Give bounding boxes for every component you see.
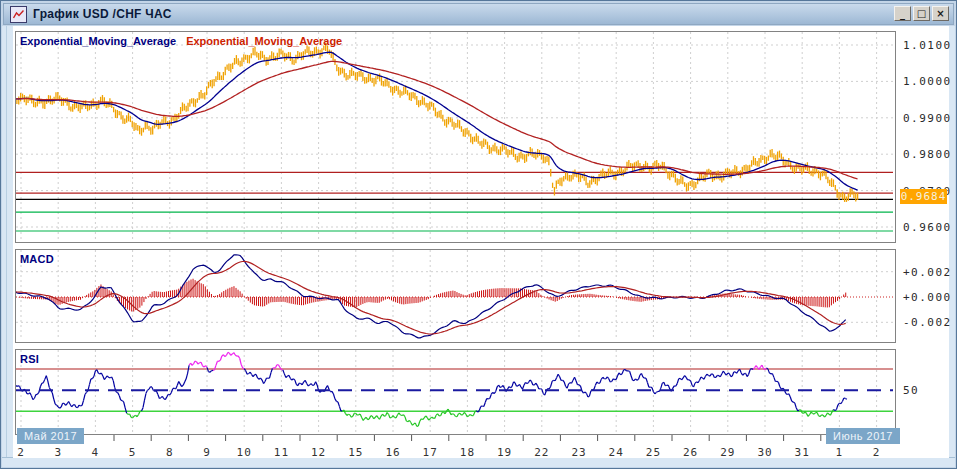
chart-client-area: Exponential_Moving_Average Exponential_M… bbox=[13, 26, 949, 458]
axis-value-label: 0.9900 bbox=[903, 112, 952, 125]
chart-app-icon bbox=[10, 6, 27, 23]
x-axis-day-label: 11 bbox=[274, 446, 289, 459]
macd-label: MACD bbox=[20, 253, 54, 265]
window-title: График USD /CHF ЧАС bbox=[33, 7, 172, 21]
x-axis-day-label: 2 bbox=[873, 446, 881, 459]
close-button[interactable]: × bbox=[932, 6, 949, 21]
axis-value-label: 1.0100 bbox=[903, 39, 952, 52]
x-axis-day-label: 29 bbox=[720, 446, 735, 459]
x-axis-day-label: 31 bbox=[795, 446, 810, 459]
axis-value-label: +0.000 bbox=[903, 291, 952, 304]
current-price-tag: 0.9684 bbox=[900, 189, 947, 204]
chart-window: График USD /CHF ЧАС _ □ × Exponential_Mo… bbox=[0, 0, 957, 469]
x-axis-day-label: 19 bbox=[497, 446, 512, 459]
x-axis-day-label: 10 bbox=[237, 446, 252, 459]
month-badge-right: Июнь 2017 bbox=[826, 428, 900, 444]
x-axis-day-label: 9 bbox=[203, 446, 211, 459]
main-price-panel[interactable]: Exponential_Moving_Average Exponential_M… bbox=[15, 31, 896, 243]
axis-value-label: 1.0000 bbox=[903, 75, 952, 88]
ema-fast-label: Exponential_Moving_Average bbox=[20, 35, 176, 47]
month-badge-left: Май 2017 bbox=[17, 428, 84, 444]
rsi-chart-canvas[interactable] bbox=[16, 350, 893, 432]
price-chart-canvas[interactable] bbox=[16, 32, 893, 240]
axis-value-label: 50 bbox=[903, 384, 919, 397]
x-axis-day-label: 2 bbox=[17, 446, 25, 459]
x-axis-day-label: 5 bbox=[129, 446, 137, 459]
x-axis-day-label: 24 bbox=[609, 446, 624, 459]
x-axis-day-label: 26 bbox=[683, 446, 698, 459]
axis-value-label: 0.9800 bbox=[903, 148, 952, 161]
maximize-button[interactable]: □ bbox=[913, 6, 930, 21]
x-axis-day-label: 16 bbox=[385, 446, 400, 459]
x-axis-day-label: 23 bbox=[571, 446, 586, 459]
time-axis: 2345891011121516171819222324252629303112 bbox=[15, 435, 896, 461]
rsi-label: RSI bbox=[20, 353, 39, 365]
macd-panel[interactable]: MACD bbox=[15, 249, 896, 343]
ema-legend: Exponential_Moving_Average Exponential_M… bbox=[20, 35, 342, 47]
x-axis-day-label: 15 bbox=[348, 446, 363, 459]
x-axis-day-label: 17 bbox=[423, 446, 438, 459]
x-axis-day-label: 22 bbox=[534, 446, 549, 459]
ema-slow-label: Exponential_Moving_Average bbox=[186, 35, 342, 47]
axis-value-label: -0.002 bbox=[903, 316, 952, 329]
window-controls: _ □ × bbox=[892, 6, 949, 21]
x-axis-day-label: 30 bbox=[757, 446, 772, 459]
x-axis-day-label: 1 bbox=[836, 446, 844, 459]
x-axis-day-label: 8 bbox=[166, 446, 174, 459]
x-axis-day-label: 18 bbox=[460, 446, 475, 459]
x-axis-day-label: 4 bbox=[92, 446, 100, 459]
axis-value-label: 0.9600 bbox=[903, 221, 952, 234]
rsi-panel[interactable]: RSI bbox=[15, 349, 896, 435]
titlebar[interactable]: График USD /CHF ЧАС _ □ × bbox=[3, 3, 954, 25]
x-axis-day-label: 3 bbox=[54, 446, 62, 459]
minimize-button[interactable]: _ bbox=[894, 6, 911, 21]
x-axis-day-label: 12 bbox=[311, 446, 326, 459]
axis-value-label: +0.002 bbox=[903, 266, 952, 279]
price-axis: 1.01001.00000.99000.98000.97000.9600 +0.… bbox=[897, 26, 957, 458]
macd-chart-canvas[interactable] bbox=[16, 250, 893, 340]
x-axis-day-label: 25 bbox=[646, 446, 661, 459]
